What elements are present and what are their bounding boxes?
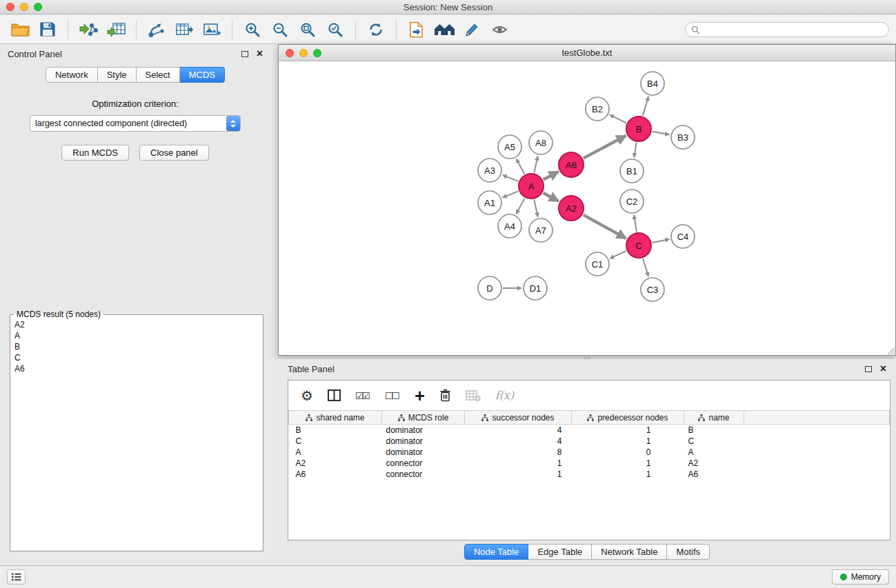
close-panel-button[interactable]: Close panel	[139, 145, 209, 161]
add-column-button[interactable]: +	[415, 389, 425, 403]
graph-node-C2[interactable]: C2	[620, 190, 644, 213]
open-session-button[interactable]	[7, 18, 33, 41]
graph-edge-A-A7[interactable]	[534, 200, 537, 217]
tab-edge-table[interactable]: Edge Table	[528, 544, 592, 560]
export-network-button[interactable]	[143, 18, 170, 41]
tab-node-table[interactable]: Node Table	[464, 544, 529, 560]
mcds-result-item[interactable]: A6	[14, 363, 259, 374]
close-panel-icon[interactable]: ×	[257, 50, 263, 58]
graph-edge-C-C3[interactable]	[643, 258, 648, 276]
zoom-fit-button[interactable]	[295, 18, 321, 41]
graph-edge-A-A1[interactable]	[503, 191, 519, 197]
graph-node-A1[interactable]: A1	[478, 191, 501, 214]
tab-select[interactable]: Select	[137, 67, 180, 83]
tab-style[interactable]: Style	[98, 67, 137, 83]
graph-node-A3[interactable]: A3	[478, 159, 501, 182]
fullscreen-window-button[interactable]	[34, 3, 42, 11]
graph-node-A[interactable]: A	[519, 174, 544, 199]
graph-node-C[interactable]: C	[626, 233, 651, 258]
first-neighbors-button[interactable]	[431, 18, 457, 41]
mcds-result-item[interactable]: C	[14, 352, 259, 363]
close-table-panel-icon[interactable]: ×	[880, 365, 886, 373]
tab-motifs[interactable]: Motifs	[667, 544, 710, 560]
table-settings-button[interactable]: ⚙	[301, 387, 313, 404]
graph-edge-A2-C[interactable]	[584, 215, 626, 239]
search-input[interactable]	[685, 22, 889, 37]
export-image-button[interactable]	[199, 18, 225, 41]
graph-node-B3[interactable]: B3	[671, 125, 695, 149]
graph-node-D1[interactable]: D1	[524, 276, 547, 300]
criterion-dropdown[interactable]: largest connected component (directed)	[30, 115, 241, 132]
table-row[interactable]: A6 connector 1 1 A6	[289, 469, 890, 480]
resize-grip-icon[interactable]	[886, 346, 895, 355]
graph-node-A6[interactable]: A6	[559, 152, 584, 177]
column-header-mcds-role[interactable]: MCDS role	[382, 411, 465, 425]
table-row[interactable]: A2 connector 1 1 A2	[289, 458, 890, 469]
graph-edge-A-A6[interactable]	[544, 172, 559, 180]
graph-edge-A-A2[interactable]	[544, 193, 559, 201]
function-builder-button[interactable]: f(x)	[495, 389, 514, 402]
close-network-window-button[interactable]	[286, 49, 294, 57]
refresh-layout-button[interactable]	[363, 18, 389, 41]
graph-node-A7[interactable]: A7	[529, 219, 552, 242]
delete-table-button[interactable]	[466, 389, 481, 402]
export-table-button[interactable]	[171, 18, 197, 41]
graph-node-A8[interactable]: A8	[529, 131, 552, 154]
import-table-button[interactable]	[103, 18, 129, 41]
table-row[interactable]: C dominator 4 1 C	[289, 436, 890, 447]
graph-edge-B-B2[interactable]	[610, 115, 626, 123]
column-header-name[interactable]: name	[684, 411, 744, 425]
deselect-all-columns-button[interactable]: ☐☐	[385, 390, 400, 401]
graph-node-B1[interactable]: B1	[620, 159, 644, 183]
annotation-button[interactable]	[459, 18, 485, 41]
mcds-result-item[interactable]: A2	[14, 319, 259, 330]
graph-edge-A6-B[interactable]	[584, 136, 626, 159]
minimize-network-window-button[interactable]	[299, 49, 308, 57]
tab-mcds[interactable]: MCDS	[180, 67, 225, 83]
graph-node-B[interactable]: B	[626, 116, 651, 141]
graph-edge-A-A8[interactable]	[534, 156, 537, 173]
network-canvas[interactable]: AA1A2A3A4A5A6A7A8BB1B2B3B4CC1C2C3C4DD1	[279, 61, 895, 355]
show-columns-button[interactable]	[328, 389, 341, 401]
graph-node-C1[interactable]: C1	[586, 252, 609, 276]
graph-edge-B-B4[interactable]	[643, 97, 648, 116]
run-mcds-button[interactable]: Run MCDS	[61, 145, 129, 161]
close-window-button[interactable]	[6, 3, 14, 11]
float-panel-icon[interactable]	[241, 51, 248, 57]
minimize-window-button[interactable]	[20, 3, 28, 11]
zoom-in-button[interactable]	[239, 18, 266, 41]
graph-node-A2[interactable]: A2	[559, 196, 584, 221]
graph-node-C3[interactable]: C3	[641, 278, 664, 301]
mcds-result-item[interactable]: A	[14, 330, 259, 341]
graph-node-B4[interactable]: B4	[641, 72, 664, 95]
tab-network-table[interactable]: Network Table	[592, 544, 667, 560]
import-network-button[interactable]	[75, 18, 101, 41]
graph-edge-C-C4[interactable]	[653, 239, 670, 243]
graph-edge-B-B1[interactable]	[634, 143, 637, 158]
graph-edge-C-C2[interactable]	[634, 215, 637, 232]
graph-edge-C-C1[interactable]	[610, 251, 626, 258]
column-header-shared-name[interactable]: shared name	[289, 411, 382, 425]
select-all-columns-button[interactable]: ☑☑	[355, 390, 370, 401]
tab-network[interactable]: Network	[46, 67, 98, 83]
column-header-predecessor-nodes[interactable]: predecessor nodes	[572, 411, 684, 425]
zoom-network-window-button[interactable]	[313, 49, 321, 57]
mcds-result-item[interactable]: B	[14, 341, 259, 352]
graph-edge-A-A5[interactable]	[517, 159, 525, 174]
save-session-button[interactable]	[34, 18, 61, 41]
zoom-selected-button[interactable]	[322, 18, 348, 41]
graph-node-B2[interactable]: B2	[586, 97, 609, 121]
show-panel-button[interactable]	[7, 569, 26, 585]
table-row[interactable]: A dominator 8 0 A	[289, 447, 890, 458]
graph-edge-A-A3[interactable]	[503, 175, 519, 181]
delete-column-button[interactable]	[439, 389, 451, 402]
graph-node-A4[interactable]: A4	[498, 214, 521, 238]
table-row[interactable]: B dominator 4 1 B	[289, 425, 890, 436]
import-file-button[interactable]	[404, 18, 430, 41]
memory-button[interactable]: Memory	[832, 569, 889, 585]
show-graphics-details-button[interactable]	[486, 18, 512, 41]
column-header-successor-nodes[interactable]: successor nodes	[465, 411, 572, 425]
zoom-out-button[interactable]	[267, 18, 293, 41]
graph-node-C4[interactable]: C4	[671, 225, 695, 248]
network-graph[interactable]: AA1A2A3A4A5A6A7A8BB1B2B3B4CC1C2C3C4DD1	[279, 61, 895, 355]
